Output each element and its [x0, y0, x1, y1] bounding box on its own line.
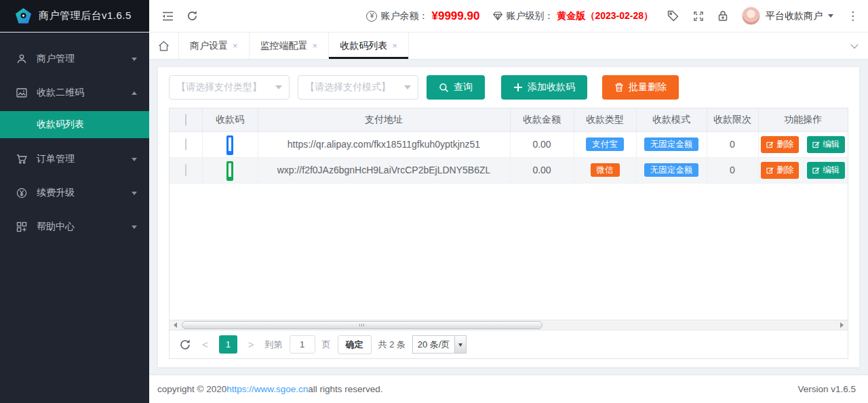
trash-icon: [614, 83, 624, 92]
batch-delete-button[interactable]: 批量删除: [602, 75, 679, 100]
yen-circle-icon: [16, 188, 27, 198]
sidebar-subitem-label: 收款码列表: [37, 119, 84, 131]
select-dropdown-button[interactable]: [454, 336, 466, 353]
footer: copyright © 2020 https://www.sgoe.cn all…: [149, 375, 868, 403]
delete-button[interactable]: 删除: [761, 136, 799, 153]
table-row: https://qr.alipay.com/fkx18511gfkuh0yptk…: [170, 131, 848, 157]
row-checkbox[interactable]: [185, 164, 186, 176]
pay-mode-placeholder: 【请选择支付模式】: [305, 81, 404, 93]
chevron-up-icon: [132, 89, 137, 95]
scroll-right-arrow[interactable]: [837, 320, 848, 330]
next-page-button[interactable]: >: [244, 339, 258, 350]
select-all-checkbox[interactable]: [185, 114, 186, 126]
search-button-label: 查询: [454, 81, 473, 93]
chevron-down-icon: [828, 14, 833, 20]
close-icon[interactable]: ×: [313, 41, 318, 51]
search-button[interactable]: 查询: [427, 75, 485, 100]
user-icon: [16, 54, 27, 64]
chevron-down-icon: [132, 226, 137, 232]
tab-qrcode-list[interactable]: 收款码列表 ×: [329, 33, 409, 59]
sidebar-item-qrcode[interactable]: 收款二维码: [0, 76, 149, 110]
column-header-type: 收款类型: [574, 108, 636, 131]
column-header-amount: 收款金额: [510, 108, 574, 131]
wechat-qr-thumbnail[interactable]: [226, 161, 233, 181]
goto-page-input[interactable]: [290, 335, 315, 354]
top-header: 商户管理后台v1.6.5 ¥ 账户余额： ¥9999.90: [0, 0, 868, 33]
footer-link[interactable]: https://www.sgoe.cn: [226, 384, 308, 394]
sidebar-subitem-qrcode-list[interactable]: 收款码列表: [0, 111, 149, 138]
sidebar-item-label: 帮助中心: [37, 221, 122, 233]
copyright-suffix: all rights reserved.: [308, 384, 382, 394]
page-size-select[interactable]: 20 条/页: [412, 335, 467, 354]
goto-label: 到第: [265, 339, 283, 351]
chevron-down-icon: [132, 158, 137, 164]
pay-mode-badge: 无固定金额: [644, 163, 699, 177]
delete-button-label: 删除: [776, 165, 793, 176]
app-logo-icon: [15, 7, 32, 24]
cart-icon: [16, 154, 27, 165]
column-header-limit: 收款限次: [707, 108, 758, 131]
tab-monitor-config[interactable]: 监控端配置 ×: [250, 33, 330, 59]
tag-icon[interactable]: [667, 9, 679, 22]
merchant-name: 平台收款商户: [766, 10, 823, 22]
row-checkbox[interactable]: [185, 138, 186, 150]
sidebar-item-label: 续费升级: [37, 187, 122, 199]
alipay-qr-thumbnail[interactable]: [226, 135, 233, 155]
sidebar-item-renewal[interactable]: 续费升级: [0, 176, 149, 210]
edit-button[interactable]: 编辑: [807, 162, 845, 179]
delete-button[interactable]: 删除: [761, 162, 799, 179]
close-icon[interactable]: ×: [233, 41, 238, 51]
qrcode-table: 收款码 支付地址 收款金额 收款类型 收款模式 收款限次 功能操作: [170, 108, 848, 184]
close-icon[interactable]: ×: [392, 41, 397, 51]
edit-button[interactable]: 编辑: [807, 136, 845, 153]
edit-doc-icon: [812, 141, 820, 148]
fullscreen-icon[interactable]: [693, 11, 704, 22]
scroll-left-arrow[interactable]: [170, 320, 180, 330]
sidebar: 商户管理 收款二维码 收款码列表: [0, 33, 149, 403]
horizontal-scrollbar[interactable]: [170, 320, 848, 330]
pagination-refresh-icon[interactable]: [179, 339, 191, 351]
tabs-dropdown-icon[interactable]: [841, 33, 868, 59]
sidebar-item-help[interactable]: 帮助中心: [0, 210, 149, 244]
balance-label: 账户余额：: [380, 10, 428, 22]
sidebar-collapse-icon[interactable]: [161, 11, 174, 22]
delete-button-label: 删除: [776, 139, 793, 150]
current-page-button[interactable]: 1: [219, 335, 237, 354]
total-count-label: 共 2 条: [378, 339, 406, 351]
sidebar-item-label: 订单管理: [37, 153, 122, 165]
confirm-page-button[interactable]: 确定: [338, 335, 372, 354]
refresh-icon[interactable]: [186, 10, 198, 22]
sidebar-item-orders[interactable]: 订单管理: [0, 142, 149, 176]
add-button-label: 添加收款码: [528, 81, 575, 93]
account-level: 账户级别： 黄金版（2023-02-28）: [493, 10, 653, 22]
pay-mode-select[interactable]: 【请选择支付模式】: [298, 75, 418, 100]
batch-delete-label: 批量删除: [629, 81, 667, 93]
pagination-bar: < 1 > 到第 页 确定 共 2 条 20 条/页: [170, 330, 848, 358]
chevron-down-icon: [132, 192, 137, 198]
edit-doc-icon: [812, 167, 820, 174]
prev-page-button[interactable]: <: [198, 339, 212, 350]
scrollbar-track[interactable]: [180, 320, 837, 330]
brand-area: 商户管理后台v1.6.5: [0, 0, 149, 32]
sidebar-item-merchant-management[interactable]: 商户管理: [0, 42, 149, 76]
chevron-down-icon: [404, 85, 411, 93]
topbar-right: ¥ 账户余额： ¥9999.90 账户级别： 黄金版（2023-02-28）: [366, 7, 859, 25]
home-tab[interactable]: [149, 33, 179, 59]
add-qrcode-button[interactable]: 添加收款码: [501, 75, 587, 100]
image-icon: [16, 88, 27, 98]
level-value: 黄金版（2023-02-28）: [557, 10, 653, 22]
column-header-address: 支付地址: [258, 108, 510, 131]
avatar: [742, 7, 760, 25]
sidebar-item-label: 商户管理: [37, 53, 122, 65]
tab-merchant-settings[interactable]: 商户设置 ×: [179, 33, 250, 59]
app-title: 商户管理后台v1.6.5: [39, 9, 132, 22]
lock-icon[interactable]: [717, 10, 728, 22]
version-label: Version v1.6.5: [797, 384, 856, 394]
table-container: 收款码 支付地址 收款金额 收款类型 收款模式 收款限次 功能操作: [169, 108, 848, 359]
scrollbar-thumb[interactable]: [182, 321, 542, 329]
merchant-account-menu[interactable]: 平台收款商户: [742, 7, 833, 25]
tab-label: 监控端配置: [260, 40, 308, 52]
home-icon: [158, 41, 170, 51]
more-menu-icon[interactable]: ⋮: [847, 10, 859, 22]
pay-type-select[interactable]: 【请选择支付类型】: [169, 75, 290, 100]
